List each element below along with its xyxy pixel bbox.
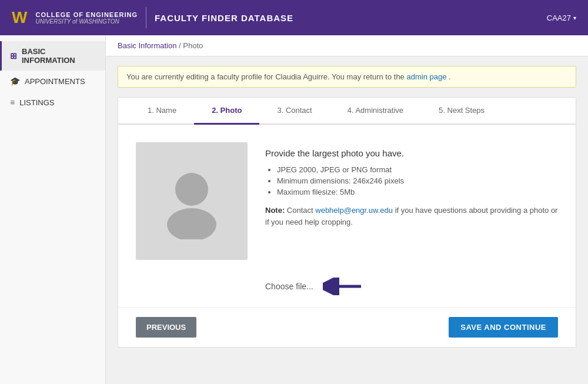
alert-text-pre: You are currently editing a faculty prof…: [126, 72, 405, 81]
tab-contact[interactable]: 3. Contact: [259, 98, 329, 125]
alert-banner: You are currently editing a faculty prof…: [118, 66, 576, 88]
svg-point-0: [175, 173, 208, 206]
photo-instruction: Provide the largest photo you have.: [265, 148, 558, 158]
username-label: CAA27: [547, 14, 571, 22]
sidebar-item-basic-information[interactable]: ⊞ BASIC INFORMATION: [0, 41, 105, 71]
uw-logo: W: [12, 9, 27, 26]
card-body: Provide the largest photo you have. JPEG…: [118, 125, 576, 307]
requirement-format: JPEG 2000, JPEG or PNG format: [277, 165, 558, 174]
note-text: Contact: [287, 206, 315, 215]
photo-section: Provide the largest photo you have. JPEG…: [136, 142, 558, 260]
avatar-icon: [153, 163, 230, 239]
photo-placeholder: [136, 142, 248, 260]
basic-info-icon: ⊞: [10, 51, 17, 61]
previous-button[interactable]: PREVIOUS: [136, 317, 196, 338]
uw-w-letter: W: [12, 9, 27, 26]
alert-text-post: .: [449, 72, 451, 81]
tab-bar: 1. Name 2. Photo 3. Contact 4. Administr…: [118, 98, 576, 125]
page-header: W COLLEGE OF ENGINEERING UNIVERSITY of W…: [0, 0, 588, 35]
card-footer: PREVIOUS SAVE AND CONTINUE: [118, 307, 576, 347]
breadcrumb: Basic Information / Photo: [106, 35, 588, 56]
note-label: Note:: [265, 206, 285, 215]
header-left: W COLLEGE OF ENGINEERING UNIVERSITY of W…: [12, 7, 293, 28]
arrow-indicator: [323, 278, 364, 295]
save-continue-button[interactable]: SAVE AND CONTINUE: [449, 317, 558, 338]
svg-point-1: [167, 208, 216, 239]
appointments-icon: 🎓: [10, 76, 20, 86]
header-divider: [146, 7, 146, 28]
sidebar-label-appointments: APPOINTMENTS: [25, 77, 85, 86]
breadcrumb-current: Photo: [183, 41, 203, 50]
photo-note: Note: Contact webhelp@engr.uw.edu if you…: [265, 205, 558, 228]
sidebar-label-basic-information: BASIC INFORMATION: [22, 47, 97, 65]
college-name: COLLEGE OF ENGINEERING: [35, 11, 138, 18]
tab-name[interactable]: 1. Name: [130, 98, 194, 125]
university-name: UNIVERSITY of WASHINGTON: [35, 18, 138, 25]
listings-icon: ≡: [10, 98, 15, 107]
arrow-icon: [323, 278, 364, 295]
dropdown-caret-icon: ▾: [573, 15, 576, 21]
main-content: Basic Information / Photo You are curren…: [106, 35, 588, 384]
admin-page-link[interactable]: admin page: [406, 72, 446, 81]
photo-info: Provide the largest photo you have. JPEG…: [265, 142, 558, 260]
file-chooser-row: Choose file...: [136, 278, 558, 295]
sidebar-item-appointments[interactable]: 🎓 APPOINTMENTS: [0, 71, 105, 92]
tab-photo[interactable]: 2. Photo: [194, 98, 259, 125]
main-card: 1. Name 2. Photo 3. Contact 4. Administr…: [118, 97, 576, 348]
contact-email-link[interactable]: webhelp@engr.uw.edu: [315, 206, 393, 215]
photo-requirements-list: JPEG 2000, JPEG or PNG format Minimum di…: [265, 165, 558, 196]
requirement-dimensions: Minimum dimensions: 246x246 pixels: [277, 176, 558, 185]
app-title: FACULTY FINDER DATABASE: [155, 13, 293, 23]
sidebar: ⊞ BASIC INFORMATION 🎓 APPOINTMENTS ≡ LIS…: [0, 35, 106, 384]
tab-administrative[interactable]: 4. Administrative: [330, 98, 421, 125]
user-menu[interactable]: CAA27 ▾: [547, 14, 576, 22]
breadcrumb-section-link[interactable]: Basic Information: [118, 41, 176, 50]
sidebar-label-listings: LISTINGS: [19, 98, 54, 107]
page-layout: ⊞ BASIC INFORMATION 🎓 APPOINTMENTS ≡ LIS…: [0, 35, 588, 384]
tab-next-steps[interactable]: 5. Next Steps: [421, 98, 502, 125]
uw-text: COLLEGE OF ENGINEERING UNIVERSITY of WAS…: [35, 11, 138, 25]
choose-file-label: Choose file...: [265, 282, 313, 291]
sidebar-item-listings[interactable]: ≡ LISTINGS: [0, 92, 105, 113]
requirement-filesize: Maximum filesize: 5Mb: [277, 188, 558, 196]
